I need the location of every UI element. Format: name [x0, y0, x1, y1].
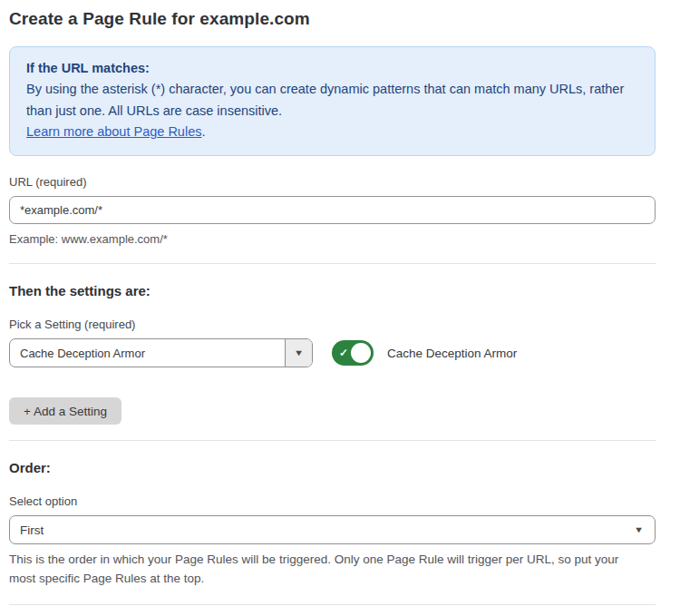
info-box-heading: If the URL matches: — [26, 58, 638, 79]
chevron-down-icon: ▼ — [634, 525, 644, 534]
setting-picker-dropdown[interactable]: Cache Deception Armor ▼ — [9, 338, 313, 367]
order-select-label: Select option — [9, 494, 656, 508]
order-select-value: First — [20, 523, 44, 537]
add-setting-button[interactable]: + Add a Setting — [9, 397, 121, 425]
url-field-label: URL (required) — [9, 175, 656, 189]
create-page-rule-form: Create a Page Rule for example.com If th… — [0, 0, 680, 616]
order-helper-text: This is the order in which your Page Rul… — [9, 551, 644, 589]
info-box-body: By using the asterisk (*) character, you… — [26, 79, 638, 142]
cache-deception-armor-toggle[interactable]: ✓ — [332, 340, 374, 366]
order-section-heading: Order: — [9, 460, 656, 475]
setting-picker-value: Cache Deception Armor — [10, 339, 285, 367]
learn-more-link[interactable]: Learn more about Page Rules — [26, 124, 201, 139]
url-field-helper: Example: www.example.com/* — [9, 230, 656, 249]
toggle-label: Cache Deception Armor — [387, 347, 517, 360]
setting-row: Cache Deception Armor ▼ ✓ Cache Deceptio… — [9, 338, 656, 367]
divider — [9, 263, 656, 264]
divider — [9, 440, 656, 441]
pick-setting-label: Pick a Setting (required) — [9, 318, 656, 331]
check-icon: ✓ — [339, 347, 348, 359]
url-input[interactable] — [9, 196, 656, 224]
divider — [9, 604, 656, 605]
link-suffix: . — [201, 124, 205, 139]
order-select-dropdown[interactable]: First ▼ — [9, 515, 656, 544]
chevron-down-icon: ▼ — [294, 348, 304, 357]
toggle-knob — [351, 343, 371, 363]
page-title: Create a Page Rule for example.com — [9, 9, 656, 29]
url-match-info-box: If the URL matches: By using the asteris… — [9, 46, 656, 156]
settings-section-heading: Then the settings are: — [9, 283, 656, 298]
setting-picker-arrow-button[interactable]: ▼ — [285, 339, 312, 367]
